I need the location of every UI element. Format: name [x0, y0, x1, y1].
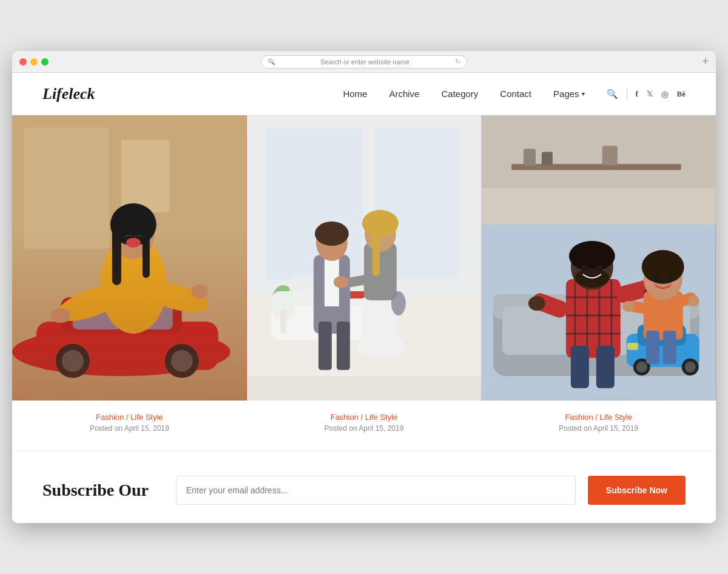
nav-link-archive[interactable]: Archive	[389, 89, 419, 99]
nav-item-archive[interactable]: Archive	[389, 89, 419, 100]
svg-point-95	[646, 281, 656, 287]
reload-icon[interactable]: ↻	[455, 58, 460, 66]
svg-point-13	[52, 279, 130, 328]
search-icon[interactable]: 🔍	[607, 89, 618, 100]
nav-item-category[interactable]: Category	[441, 89, 478, 100]
svg-rect-44	[372, 228, 379, 276]
svg-rect-20	[143, 223, 150, 278]
svg-point-89	[622, 301, 635, 312]
nav-item-home[interactable]: Home	[343, 89, 367, 100]
card-1-image	[12, 115, 247, 400]
card-3[interactable]: Fashion / Life Style Posted on April 15,…	[481, 115, 716, 451]
address-bar[interactable]: 🔍 Search or enter website name ↻	[261, 55, 467, 69]
svg-point-83	[597, 265, 603, 271]
card-3-date: Posted on April 15, 2019	[493, 424, 704, 433]
svg-rect-1	[24, 127, 109, 249]
svg-rect-4	[36, 322, 218, 370]
svg-point-63	[685, 362, 696, 373]
svg-point-92	[642, 250, 684, 284]
subscribe-section: Subscribe Our Subscribe Now	[12, 451, 716, 523]
nav-divider	[627, 88, 627, 100]
card-1[interactable]: Fashion / Life Style Posted on April 15,…	[12, 115, 247, 451]
svg-rect-49	[481, 115, 716, 188]
card-1-category[interactable]: Fashion / Life Style	[24, 413, 235, 422]
twitter-icon[interactable]: 𝕏	[647, 89, 653, 98]
svg-rect-34	[337, 322, 350, 370]
card-2[interactable]: Fashion / Life Style Posted on April 15,…	[247, 115, 482, 451]
svg-point-82	[581, 265, 587, 271]
minimize-button[interactable]	[30, 58, 38, 66]
svg-point-93	[653, 275, 659, 281]
svg-rect-53	[602, 146, 618, 165]
subscribe-button[interactable]: Subscribe Now	[588, 476, 686, 505]
nav-link-pages[interactable]: Pages ▾	[553, 89, 585, 99]
svg-rect-52	[542, 152, 553, 165]
card-3-meta: Fashion / Life Style Posted on April 15,…	[481, 400, 716, 451]
card-1-meta: Fashion / Life Style Posted on April 15,…	[12, 400, 247, 451]
svg-point-10	[165, 344, 199, 378]
navbar: Lifeleck Home Archive Category Contact P…	[12, 73, 716, 115]
svg-point-18	[110, 203, 157, 246]
svg-point-12	[100, 237, 167, 334]
instagram-icon[interactable]: ◎	[661, 89, 669, 99]
card-1-date: Posted on April 15, 2019	[24, 424, 235, 433]
svg-point-21	[126, 238, 141, 248]
site-logo[interactable]: Lifeleck	[42, 85, 95, 103]
svg-point-96	[670, 281, 680, 287]
nav-link-home[interactable]: Home	[343, 89, 367, 99]
window-controls	[19, 58, 49, 66]
subscribe-email-input[interactable]	[176, 476, 576, 505]
nav-item-contact[interactable]: Contact	[500, 89, 531, 100]
svg-point-15	[51, 308, 70, 323]
cards-grid: Fashion / Life Style Posted on April 15,…	[12, 115, 716, 451]
navbar-right: 🔍 f 𝕏 ◎ Bē	[607, 88, 686, 100]
maximize-button[interactable]	[41, 58, 49, 66]
svg-point-43	[362, 210, 398, 237]
behance-icon[interactable]: Bē	[677, 90, 686, 98]
address-bar-text: Search or enter website name	[278, 58, 451, 66]
svg-rect-5	[61, 297, 182, 334]
card-3-category[interactable]: Fashion / Life Style	[493, 413, 704, 422]
svg-rect-86	[663, 331, 676, 364]
card-2-image	[247, 115, 482, 400]
nav-item-pages[interactable]: Pages ▾	[553, 89, 585, 99]
card-3-image	[481, 115, 716, 400]
address-search-icon: 🔍	[268, 58, 275, 65]
close-button[interactable]	[19, 58, 27, 66]
svg-rect-33	[318, 322, 332, 370]
chevron-down-icon: ▾	[582, 90, 585, 97]
svg-rect-50	[511, 164, 681, 170]
nav-link-contact[interactable]: Contact	[500, 89, 531, 99]
svg-rect-51	[524, 149, 536, 166]
svg-point-14	[141, 277, 212, 317]
svg-rect-19	[112, 225, 121, 285]
svg-rect-6	[73, 302, 121, 329]
site-content: Lifeleck Home Archive Category Contact P…	[12, 73, 716, 523]
svg-rect-46	[247, 376, 482, 400]
card-2-meta: Fashion / Life Style Posted on April 15,…	[247, 400, 482, 451]
svg-point-3	[12, 328, 231, 376]
browser-window: 🔍 Search or enter website name ↻ + Lifel…	[12, 51, 716, 523]
new-tab-button[interactable]: +	[702, 55, 709, 68]
svg-point-36	[315, 221, 349, 246]
browser-titlebar: 🔍 Search or enter website name ↻ +	[12, 51, 716, 73]
svg-point-90	[687, 295, 699, 306]
svg-point-16	[192, 284, 209, 299]
svg-point-61	[636, 362, 647, 373]
svg-point-8	[56, 344, 90, 378]
svg-point-75	[528, 296, 545, 311]
nav-link-category[interactable]: Category	[441, 89, 478, 99]
svg-point-11	[171, 350, 193, 372]
svg-rect-77	[571, 346, 589, 388]
svg-rect-7	[130, 302, 173, 329]
card-2-date: Posted on April 15, 2019	[259, 424, 470, 433]
svg-rect-78	[596, 346, 615, 388]
svg-point-94	[667, 275, 673, 281]
card-2-category[interactable]: Fashion / Life Style	[259, 413, 470, 422]
svg-rect-64	[627, 343, 638, 350]
subscribe-title: Subscribe Our	[42, 481, 164, 500]
svg-point-80	[569, 241, 615, 271]
facebook-icon[interactable]: f	[636, 89, 638, 99]
svg-point-45	[391, 291, 405, 316]
svg-rect-2	[121, 140, 170, 212]
